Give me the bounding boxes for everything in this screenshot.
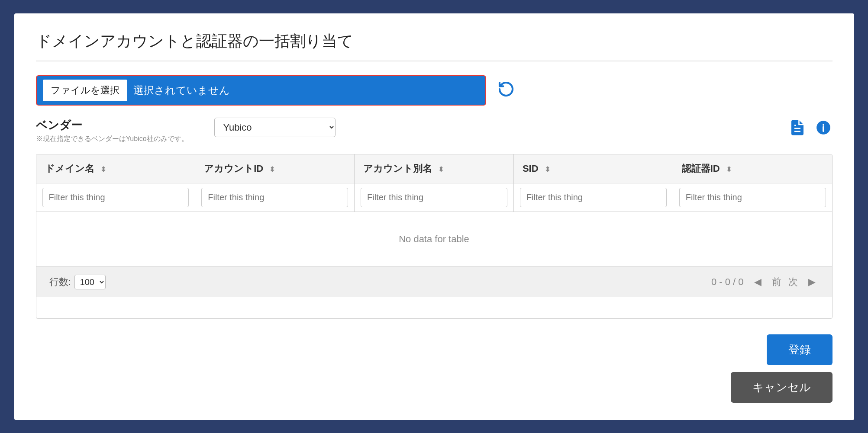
prev-page-button[interactable]: ◀	[751, 276, 765, 289]
file-input-wrapper: ファイルを選択 選択されていません	[36, 75, 486, 106]
filter-input-account-alias[interactable]	[361, 188, 507, 207]
filter-row	[36, 183, 832, 212]
filter-cell-domain	[36, 183, 195, 212]
file-choose-button[interactable]: ファイルを選択	[43, 80, 127, 101]
export-icon	[788, 119, 807, 137]
column-header-sid: SID ⬍	[513, 154, 673, 183]
next-page-button[interactable]: ▶	[805, 276, 819, 289]
vendor-label-block: ベンダー ※現在指定できるベンダーはYubico社のみです。	[36, 118, 188, 144]
data-table: ドメイン名 ⬍ アカウントID ⬍ アカウント別名 ⬍ SID ⬍	[36, 154, 832, 266]
table-footer: 行数: 100 50 25 0 - 0 / 0 ◀ 前 次 ▶	[36, 266, 832, 297]
vendor-label: ベンダー	[36, 118, 188, 133]
column-header-domain: ドメイン名 ⬍	[36, 154, 195, 183]
vendor-select[interactable]: Yubico	[214, 118, 336, 137]
filter-cell-sid	[513, 183, 673, 212]
sort-icon-account-alias[interactable]: ⬍	[438, 166, 444, 173]
file-no-selected-text: 選択されていません	[133, 83, 485, 97]
pagination: 0 - 0 / 0 ◀ 前 次 ▶	[711, 276, 819, 289]
column-header-authenticator-id: 認証器ID ⬍	[673, 154, 832, 183]
register-button[interactable]: 登録	[767, 334, 833, 365]
rows-label: 行数:	[49, 276, 71, 289]
undo-icon	[497, 80, 515, 98]
filter-cell-authenticator-id	[673, 183, 832, 212]
filter-cell-account-alias	[355, 183, 514, 212]
bottom-actions: 登録 キャンセル	[36, 334, 833, 403]
info-button[interactable]	[814, 119, 833, 137]
modal: ドメインアカウントと認証器の一括割り当て ファイルを選択 選択されていません ベ…	[14, 13, 854, 420]
filter-input-domain[interactable]	[42, 188, 189, 207]
no-data-message: No data for table	[36, 212, 832, 266]
file-section: ファイルを選択 選択されていません	[36, 75, 833, 106]
vendor-select-wrap: Yubico	[214, 118, 336, 137]
sort-icon-sid[interactable]: ⬍	[545, 166, 550, 173]
rows-per-page-select[interactable]: 100 50 25	[74, 275, 106, 289]
vendor-note: ※現在指定できるベンダーはYubico社のみです。	[36, 135, 188, 144]
column-header-account-alias: アカウント別名 ⬍	[355, 154, 514, 183]
info-icon	[815, 119, 832, 136]
no-data-row: No data for table	[36, 212, 832, 266]
table-container: ドメイン名 ⬍ アカウントID ⬍ アカウント別名 ⬍ SID ⬍	[36, 154, 833, 319]
vendor-action-icons	[787, 118, 833, 138]
page-title: ドメインアカウントと認証器の一括割り当て	[36, 31, 833, 61]
sort-icon-account-id[interactable]: ⬍	[269, 166, 275, 173]
prev-label: 前	[772, 276, 781, 289]
filter-input-sid[interactable]	[520, 188, 667, 207]
page-info: 0 - 0 / 0	[711, 276, 744, 288]
column-header-account-id: アカウントID ⬍	[195, 154, 355, 183]
filter-input-authenticator-id[interactable]	[679, 188, 826, 207]
filter-input-account-id[interactable]	[201, 188, 348, 207]
cancel-button[interactable]: キャンセル	[731, 372, 833, 403]
next-label: 次	[788, 276, 798, 289]
vendor-section: ベンダー ※現在指定できるベンダーはYubico社のみです。 Yubico	[36, 118, 833, 144]
table-header-row: ドメイン名 ⬍ アカウントID ⬍ アカウント別名 ⬍ SID ⬍	[36, 154, 832, 183]
sort-icon-domain[interactable]: ⬍	[100, 166, 106, 173]
export-button[interactable]	[787, 118, 807, 138]
reset-button[interactable]	[495, 78, 517, 103]
svg-point-5	[823, 124, 824, 125]
sort-icon-authenticator-id[interactable]: ⬍	[726, 166, 732, 173]
filter-cell-account-id	[195, 183, 355, 212]
